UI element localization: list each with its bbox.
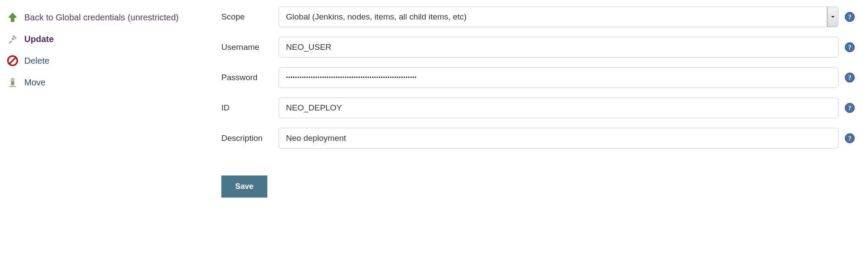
credential-form: Scope Global (Jenkins, nodes, items, all… bbox=[221, 6, 864, 198]
row-scope: Scope Global (Jenkins, nodes, items, all… bbox=[221, 6, 855, 27]
dropdown-handle-icon bbox=[827, 7, 838, 27]
help-icon[interactable]: ? bbox=[845, 133, 855, 143]
svg-text:?: ? bbox=[848, 44, 852, 51]
move-icon bbox=[6, 76, 19, 89]
row-id: ID ? bbox=[221, 98, 855, 118]
sidebar-update-label: Update bbox=[24, 34, 54, 44]
sidebar-item-move[interactable]: Move bbox=[4, 72, 221, 93]
username-label: Username bbox=[221, 42, 273, 52]
password-label: Password bbox=[221, 73, 273, 82]
help-icon[interactable]: ? bbox=[845, 103, 855, 113]
svg-rect-0 bbox=[12, 38, 14, 40]
sidebar: Back to Global credentials (unrestricted… bbox=[4, 6, 221, 93]
password-input[interactable] bbox=[279, 67, 838, 88]
prohibited-icon bbox=[6, 54, 19, 67]
username-input[interactable] bbox=[279, 37, 838, 58]
id-input[interactable] bbox=[279, 98, 838, 118]
row-description: Description ? bbox=[221, 128, 855, 149]
tools-icon bbox=[6, 32, 19, 46]
svg-text:?: ? bbox=[848, 135, 852, 142]
help-icon[interactable]: ? bbox=[845, 12, 855, 22]
svg-text:?: ? bbox=[848, 74, 852, 81]
save-button[interactable]: Save bbox=[221, 176, 267, 198]
row-username: Username ? bbox=[221, 37, 855, 58]
sidebar-delete-label: Delete bbox=[24, 56, 49, 66]
scope-select-value: Global (Jenkins, nodes, items, all child… bbox=[286, 7, 467, 27]
svg-text:?: ? bbox=[848, 104, 852, 111]
sidebar-back-label: Back to Global credentials (unrestricted… bbox=[24, 13, 179, 23]
row-password: Password ? bbox=[221, 67, 855, 88]
sidebar-move-label: Move bbox=[24, 78, 46, 88]
description-input[interactable] bbox=[279, 128, 838, 149]
sidebar-item-delete[interactable]: Delete bbox=[4, 50, 221, 72]
description-label: Description bbox=[221, 133, 273, 143]
svg-text:?: ? bbox=[848, 13, 852, 20]
id-label: ID bbox=[221, 103, 273, 113]
sidebar-item-update[interactable]: Update bbox=[4, 28, 221, 50]
scope-label: Scope bbox=[221, 12, 273, 22]
help-icon[interactable]: ? bbox=[845, 42, 855, 52]
help-icon[interactable]: ? bbox=[845, 72, 855, 83]
arrow-up-icon bbox=[6, 11, 19, 24]
sidebar-item-back[interactable]: Back to Global credentials (unrestricted… bbox=[4, 6, 221, 28]
scope-select[interactable]: Global (Jenkins, nodes, items, all child… bbox=[279, 6, 838, 27]
